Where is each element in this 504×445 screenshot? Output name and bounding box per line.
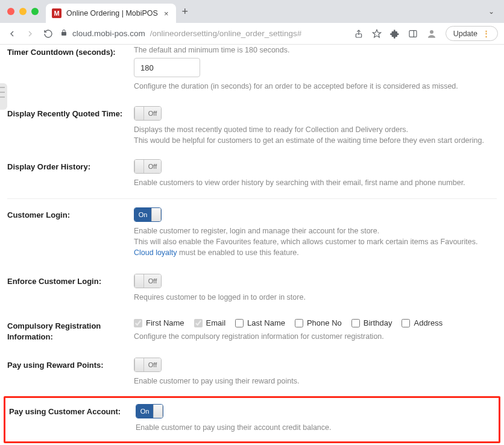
chk-phone[interactable]: Phone No [295,318,342,327]
window-controls [5,8,46,15]
toggle-off-label: Off [144,358,161,371]
timer-hint-top: The default and minimum time is 180 seco… [134,45,497,54]
toggle-off-label: Off [144,160,161,173]
svg-marker-1 [373,30,380,37]
quoted-hint: Displays the most recently quoted time t… [134,124,497,146]
page-content: Timer Countdown (seconds): The default a… [0,41,504,445]
chk-address[interactable]: Address [402,318,443,327]
more-icon[interactable]: ⋮ [482,29,490,38]
back-button[interactable] [6,29,18,39]
tab-bar: M Online Ordering | MobiPOS × + ⌄ [0,0,504,23]
toggle-off-label: Off [144,274,161,288]
cloud-loyalty-link[interactable]: Cloud loyalty [134,248,177,257]
compulsory-options: First Name Email Last Name Phone No Birt… [134,318,497,327]
reload-button[interactable] [42,29,54,39]
side-drawer-handle[interactable] [0,83,7,110]
tab-title: Online Ordering | MobiPOS [66,9,158,17]
svg-rect-2 [409,30,417,37]
forward-button[interactable] [24,29,36,39]
browser-chrome: M Online Ordering | MobiPOS × + ⌄ cloud.… [0,0,504,45]
tabs-overflow-icon[interactable]: ⌄ [484,7,499,16]
browser-tab[interactable]: M Online Ordering | MobiPOS × [46,4,176,23]
profile-icon[interactable] [426,28,437,39]
compulsory-label: Compulsory Registration Information: [7,318,134,342]
maximize-window-icon[interactable] [31,8,39,15]
svg-point-4 [430,30,433,34]
panel-icon[interactable] [408,29,418,39]
quoted-label: Display Recently Quoted Time: [7,106,134,146]
login-toggle[interactable]: On [134,207,162,222]
favicon-icon: M [52,8,61,18]
history-hint: Enable customers to view order history b… [134,177,497,188]
history-toggle[interactable]: Off [134,159,162,174]
toggle-on-label: On [136,405,153,418]
login-hint: Enable customer to register, login and m… [134,226,497,258]
account-toggle[interactable]: On [136,404,163,418]
compulsory-hint: Configure the compulsory registration in… [134,331,497,342]
url-host: cloud.mobi-pos.com [72,29,145,38]
timer-input[interactable] [134,58,200,77]
close-tab-icon[interactable]: × [163,9,170,18]
login-label: Customer Login: [7,207,134,258]
chk-last-name[interactable]: Last Name [235,318,285,327]
timer-label: Timer Countdown (seconds): [7,45,134,92]
account-hint: Enable customer to pay using their accou… [136,422,495,433]
update-button[interactable]: Update ⋮ [446,26,498,41]
extensions-icon[interactable] [390,29,400,39]
toggle-off-label: Off [144,107,161,120]
minimize-window-icon[interactable] [19,8,27,15]
history-label: Display Order History: [7,159,134,188]
chk-first-name[interactable]: First Name [134,318,184,327]
highlighted-section: Pay using Customer Account: On Enable cu… [4,396,500,443]
chk-email[interactable]: Email [194,318,226,327]
reward-label: Pay using Reward Points: [7,358,134,387]
timer-hint-bottom: Configure the duration (in seconds) for … [134,81,497,92]
bookmark-icon[interactable] [372,29,382,39]
url-path: /onlineordersetting/online_order_setting… [150,29,301,38]
enforce-toggle[interactable]: Off [134,274,162,288]
chk-birthday[interactable]: Birthday [351,318,392,327]
toggle-on-label: On [134,208,151,221]
new-tab-button[interactable]: + [176,5,195,18]
share-icon[interactable] [354,29,364,39]
account-label: Pay using Customer Account: [9,404,136,433]
close-window-icon[interactable] [7,8,14,15]
update-label: Update [453,30,477,38]
enforce-hint: Requires customer to be logged in to ord… [134,292,497,303]
reward-hint: Enable customer to pay using their rewar… [134,376,497,387]
reward-toggle[interactable]: Off [134,358,162,372]
address-bar[interactable]: cloud.mobi-pos.com/onlineordersetting/on… [60,29,348,38]
enforce-label: Enforce Customer Login: [7,274,134,303]
lock-icon [60,29,68,38]
quoted-toggle[interactable]: Off [134,106,162,121]
